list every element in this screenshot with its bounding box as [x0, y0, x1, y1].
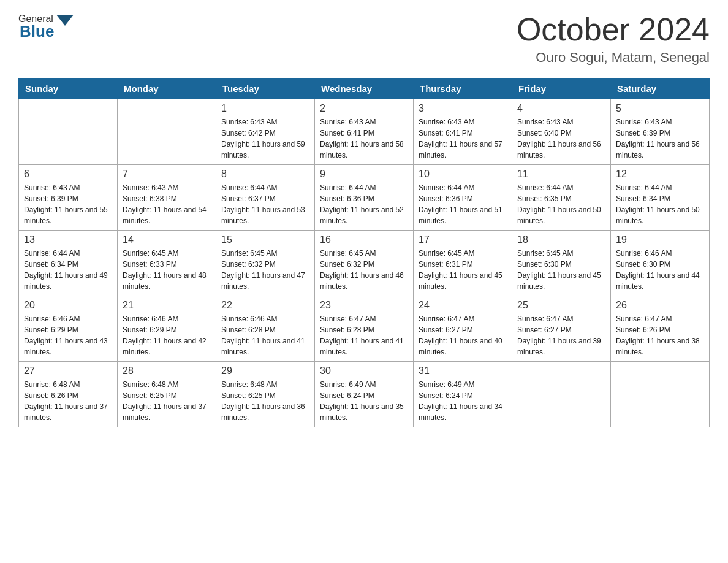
day-number: 3: [419, 103, 507, 114]
logo: General Blue: [18, 12, 74, 41]
day-cell: 5Sunrise: 6:43 AMSunset: 6:39 PMDaylight…: [611, 99, 710, 165]
day-cell: [118, 99, 216, 165]
week-row-2: 6Sunrise: 6:43 AMSunset: 6:39 PMDaylight…: [19, 165, 710, 231]
day-number: 14: [123, 234, 211, 245]
day-cell: 17Sunrise: 6:45 AMSunset: 6:31 PMDayligh…: [414, 231, 512, 296]
day-info: Sunrise: 6:43 AMSunset: 6:41 PMDaylight:…: [320, 117, 408, 161]
day-info: Sunrise: 6:45 AMSunset: 6:32 PMDaylight:…: [221, 248, 309, 292]
day-info: Sunrise: 6:43 AMSunset: 6:39 PMDaylight:…: [24, 182, 112, 226]
day-info: Sunrise: 6:47 AMSunset: 6:27 PMDaylight:…: [517, 313, 605, 358]
day-number: 10: [419, 169, 507, 180]
day-cell: 18Sunrise: 6:45 AMSunset: 6:30 PMDayligh…: [512, 231, 611, 296]
day-number: 15: [221, 234, 309, 245]
header-cell-wednesday: Wednesday: [315, 79, 414, 99]
day-cell: 31Sunrise: 6:49 AMSunset: 6:24 PMDayligh…: [414, 362, 512, 427]
day-cell: 19Sunrise: 6:46 AMSunset: 6:30 PMDayligh…: [611, 231, 710, 296]
day-cell: 25Sunrise: 6:47 AMSunset: 6:27 PMDayligh…: [512, 296, 611, 362]
day-number: 30: [320, 366, 408, 377]
day-cell: 6Sunrise: 6:43 AMSunset: 6:39 PMDaylight…: [19, 165, 118, 231]
day-info: Sunrise: 6:44 AMSunset: 6:35 PMDaylight:…: [517, 182, 605, 226]
day-info: Sunrise: 6:45 AMSunset: 6:33 PMDaylight:…: [123, 248, 211, 292]
day-cell: 2Sunrise: 6:43 AMSunset: 6:41 PMDaylight…: [315, 99, 414, 165]
day-info: Sunrise: 6:43 AMSunset: 6:40 PMDaylight:…: [517, 117, 605, 161]
day-number: 2: [320, 103, 408, 114]
day-cell: 12Sunrise: 6:44 AMSunset: 6:34 PMDayligh…: [611, 165, 710, 231]
day-number: 6: [24, 169, 112, 180]
calendar-table: SundayMondayTuesdayWednesdayThursdayFrid…: [18, 78, 710, 427]
day-info: Sunrise: 6:44 AMSunset: 6:34 PMDaylight:…: [616, 182, 704, 226]
day-info: Sunrise: 6:47 AMSunset: 6:28 PMDaylight:…: [320, 313, 408, 358]
day-cell: 30Sunrise: 6:49 AMSunset: 6:24 PMDayligh…: [315, 362, 414, 427]
location-title: Ouro Sogui, Matam, Senegal: [517, 50, 710, 66]
day-cell: 14Sunrise: 6:45 AMSunset: 6:33 PMDayligh…: [118, 231, 216, 296]
week-row-4: 20Sunrise: 6:46 AMSunset: 6:29 PMDayligh…: [19, 296, 710, 362]
calendar-body: 1Sunrise: 6:43 AMSunset: 6:42 PMDaylight…: [19, 99, 710, 427]
day-info: Sunrise: 6:44 AMSunset: 6:34 PMDaylight:…: [24, 248, 112, 292]
day-number: 5: [616, 103, 704, 114]
day-cell: 4Sunrise: 6:43 AMSunset: 6:40 PMDaylight…: [512, 99, 611, 165]
day-info: Sunrise: 6:48 AMSunset: 6:25 PMDaylight:…: [221, 379, 309, 423]
day-cell: 8Sunrise: 6:44 AMSunset: 6:37 PMDaylight…: [216, 165, 315, 231]
day-info: Sunrise: 6:48 AMSunset: 6:26 PMDaylight:…: [24, 379, 112, 423]
calendar-header: SundayMondayTuesdayWednesdayThursdayFrid…: [19, 79, 710, 99]
day-cell: 11Sunrise: 6:44 AMSunset: 6:35 PMDayligh…: [512, 165, 611, 231]
day-cell: 26Sunrise: 6:47 AMSunset: 6:26 PMDayligh…: [611, 296, 710, 362]
day-cell: [512, 362, 611, 427]
day-cell: 27Sunrise: 6:48 AMSunset: 6:26 PMDayligh…: [19, 362, 118, 427]
day-number: 26: [616, 300, 704, 311]
day-info: Sunrise: 6:47 AMSunset: 6:26 PMDaylight:…: [616, 313, 704, 358]
header-cell-friday: Friday: [512, 79, 611, 99]
header-cell-thursday: Thursday: [414, 79, 512, 99]
day-number: 11: [517, 169, 605, 180]
day-cell: 9Sunrise: 6:44 AMSunset: 6:36 PMDaylight…: [315, 165, 414, 231]
header-row: SundayMondayTuesdayWednesdayThursdayFrid…: [19, 79, 710, 99]
day-cell: 7Sunrise: 6:43 AMSunset: 6:38 PMDaylight…: [118, 165, 216, 231]
day-number: 17: [419, 234, 507, 245]
day-cell: [19, 99, 118, 165]
day-info: Sunrise: 6:44 AMSunset: 6:37 PMDaylight:…: [221, 182, 309, 226]
day-number: 13: [24, 234, 112, 245]
day-cell: 24Sunrise: 6:47 AMSunset: 6:27 PMDayligh…: [414, 296, 512, 362]
week-row-1: 1Sunrise: 6:43 AMSunset: 6:42 PMDaylight…: [19, 99, 710, 165]
day-info: Sunrise: 6:47 AMSunset: 6:27 PMDaylight:…: [419, 313, 507, 358]
day-number: 1: [221, 103, 309, 114]
day-info: Sunrise: 6:43 AMSunset: 6:41 PMDaylight:…: [419, 117, 507, 161]
week-row-5: 27Sunrise: 6:48 AMSunset: 6:26 PMDayligh…: [19, 362, 710, 427]
day-cell: 29Sunrise: 6:48 AMSunset: 6:25 PMDayligh…: [216, 362, 315, 427]
day-number: 12: [616, 169, 704, 180]
day-info: Sunrise: 6:45 AMSunset: 6:30 PMDaylight:…: [517, 248, 605, 292]
day-number: 25: [517, 300, 605, 311]
day-number: 21: [123, 300, 211, 311]
day-number: 24: [419, 300, 507, 311]
day-info: Sunrise: 6:43 AMSunset: 6:38 PMDaylight:…: [123, 182, 211, 226]
day-number: 18: [517, 234, 605, 245]
day-cell: 20Sunrise: 6:46 AMSunset: 6:29 PMDayligh…: [19, 296, 118, 362]
day-number: 22: [221, 300, 309, 311]
day-info: Sunrise: 6:49 AMSunset: 6:24 PMDaylight:…: [419, 379, 507, 423]
day-cell: 15Sunrise: 6:45 AMSunset: 6:32 PMDayligh…: [216, 231, 315, 296]
day-info: Sunrise: 6:46 AMSunset: 6:30 PMDaylight:…: [616, 248, 704, 292]
day-info: Sunrise: 6:48 AMSunset: 6:25 PMDaylight:…: [123, 379, 211, 423]
logo-blue-text: Blue: [20, 22, 74, 41]
day-info: Sunrise: 6:43 AMSunset: 6:42 PMDaylight:…: [221, 117, 309, 161]
header-cell-monday: Monday: [118, 79, 216, 99]
day-cell: 3Sunrise: 6:43 AMSunset: 6:41 PMDaylight…: [414, 99, 512, 165]
header-cell-tuesday: Tuesday: [216, 79, 315, 99]
day-number: 4: [517, 103, 605, 114]
day-number: 20: [24, 300, 112, 311]
day-cell: 1Sunrise: 6:43 AMSunset: 6:42 PMDaylight…: [216, 99, 315, 165]
day-number: 7: [123, 169, 211, 180]
day-info: Sunrise: 6:46 AMSunset: 6:29 PMDaylight:…: [24, 313, 112, 358]
day-info: Sunrise: 6:43 AMSunset: 6:39 PMDaylight:…: [616, 117, 704, 161]
day-info: Sunrise: 6:44 AMSunset: 6:36 PMDaylight:…: [419, 182, 507, 226]
day-number: 19: [616, 234, 704, 245]
day-cell: [611, 362, 710, 427]
day-number: 28: [123, 366, 211, 377]
day-number: 31: [419, 366, 507, 377]
day-number: 8: [221, 169, 309, 180]
day-cell: 16Sunrise: 6:45 AMSunset: 6:32 PMDayligh…: [315, 231, 414, 296]
day-number: 9: [320, 169, 408, 180]
day-cell: 23Sunrise: 6:47 AMSunset: 6:28 PMDayligh…: [315, 296, 414, 362]
day-number: 27: [24, 366, 112, 377]
day-info: Sunrise: 6:45 AMSunset: 6:31 PMDaylight:…: [419, 248, 507, 292]
